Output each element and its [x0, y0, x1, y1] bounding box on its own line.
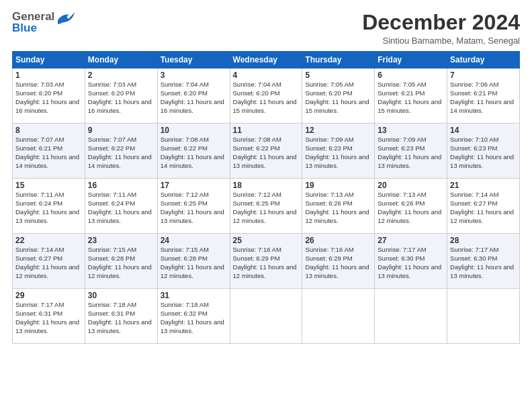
day-info: Sunrise: 7:16 AMSunset: 6:29 PMDaylight:… [233, 246, 300, 280]
day-number: 27 [378, 236, 444, 245]
calendar-cell: 30Sunrise: 7:18 AMSunset: 6:31 PMDayligh… [85, 289, 157, 344]
calendar-cell: 6Sunrise: 7:05 AMSunset: 6:21 PMDaylight… [375, 68, 447, 124]
day-info: Sunrise: 7:04 AMSunset: 6:20 PMDaylight:… [161, 81, 227, 115]
day-info: Sunrise: 7:13 AMSunset: 6:26 PMDaylight:… [305, 191, 371, 225]
day-info: Sunrise: 7:05 AMSunset: 6:20 PMDaylight:… [305, 81, 371, 115]
day-number: 30 [88, 291, 154, 300]
day-number: 14 [450, 126, 517, 135]
title-block: December 2024 Sintiou Bamambe, Matam, Se… [362, 11, 520, 46]
day-info: Sunrise: 7:17 AMSunset: 6:30 PMDaylight:… [378, 246, 444, 280]
day-info: Sunrise: 7:07 AMSunset: 6:21 PMDaylight:… [15, 136, 82, 170]
calendar-cell: 12Sunrise: 7:09 AMSunset: 6:23 PMDayligh… [302, 124, 375, 179]
day-info: Sunrise: 7:16 AMSunset: 6:29 PMDaylight:… [305, 246, 371, 280]
calendar-header-row: SundayMondayTuesdayWednesdayThursdayFrid… [13, 52, 520, 68]
calendar-cell [230, 289, 302, 344]
calendar-cell: 29Sunrise: 7:17 AMSunset: 6:31 PMDayligh… [13, 289, 85, 344]
calendar-cell: 31Sunrise: 7:18 AMSunset: 6:32 PMDayligh… [157, 289, 230, 344]
calendar-cell: 23Sunrise: 7:15 AMSunset: 6:28 PMDayligh… [85, 234, 157, 289]
day-info: Sunrise: 7:17 AMSunset: 6:30 PMDaylight:… [450, 246, 517, 280]
calendar-cell: 5Sunrise: 7:05 AMSunset: 6:20 PMDaylight… [302, 68, 375, 124]
col-header-saturday: Saturday [447, 52, 520, 68]
day-number: 21 [450, 181, 517, 190]
day-info: Sunrise: 7:09 AMSunset: 6:23 PMDaylight:… [378, 136, 444, 170]
calendar-cell: 22Sunrise: 7:14 AMSunset: 6:27 PMDayligh… [13, 234, 85, 289]
day-info: Sunrise: 7:17 AMSunset: 6:31 PMDaylight:… [15, 301, 82, 335]
col-header-tuesday: Tuesday [157, 52, 230, 68]
day-info: Sunrise: 7:10 AMSunset: 6:23 PMDaylight:… [450, 136, 517, 170]
day-number: 1 [15, 71, 82, 80]
day-number: 18 [233, 181, 300, 190]
day-number: 10 [161, 126, 227, 135]
logo-blue: Blue [12, 22, 54, 34]
day-number: 2 [88, 71, 154, 80]
calendar-week-4: 22Sunrise: 7:14 AMSunset: 6:27 PMDayligh… [13, 234, 520, 289]
logo-general: General [12, 11, 54, 22]
calendar-cell: 27Sunrise: 7:17 AMSunset: 6:30 PMDayligh… [375, 234, 447, 289]
calendar-cell: 18Sunrise: 7:12 AMSunset: 6:25 PMDayligh… [230, 179, 302, 234]
calendar-cell: 11Sunrise: 7:08 AMSunset: 6:22 PMDayligh… [230, 124, 302, 179]
calendar-cell: 1Sunrise: 7:03 AMSunset: 6:20 PMDaylight… [13, 68, 85, 124]
calendar-cell: 17Sunrise: 7:12 AMSunset: 6:25 PMDayligh… [157, 179, 230, 234]
calendar-cell: 19Sunrise: 7:13 AMSunset: 6:26 PMDayligh… [302, 179, 375, 234]
day-info: Sunrise: 7:14 AMSunset: 6:27 PMDaylight:… [15, 246, 82, 280]
day-info: Sunrise: 7:03 AMSunset: 6:20 PMDaylight:… [15, 81, 82, 115]
calendar-cell: 4Sunrise: 7:04 AMSunset: 6:20 PMDaylight… [230, 68, 302, 124]
day-info: Sunrise: 7:09 AMSunset: 6:23 PMDaylight:… [305, 136, 371, 170]
col-header-thursday: Thursday [302, 52, 375, 68]
calendar-cell: 14Sunrise: 7:10 AMSunset: 6:23 PMDayligh… [447, 124, 520, 179]
day-number: 13 [378, 126, 444, 135]
day-info: Sunrise: 7:18 AMSunset: 6:32 PMDaylight:… [161, 301, 227, 335]
logo: General Blue [12, 11, 75, 34]
day-number: 24 [161, 236, 227, 245]
day-number: 4 [233, 71, 300, 80]
day-info: Sunrise: 7:08 AMSunset: 6:22 PMDaylight:… [233, 136, 300, 170]
calendar-cell: 8Sunrise: 7:07 AMSunset: 6:21 PMDaylight… [13, 124, 85, 179]
calendar-cell: 25Sunrise: 7:16 AMSunset: 6:29 PMDayligh… [230, 234, 302, 289]
calendar-table: SundayMondayTuesdayWednesdayThursdayFrid… [12, 51, 520, 344]
day-number: 31 [161, 291, 227, 300]
day-info: Sunrise: 7:14 AMSunset: 6:27 PMDaylight:… [450, 191, 517, 225]
day-number: 26 [305, 236, 371, 245]
day-info: Sunrise: 7:08 AMSunset: 6:22 PMDaylight:… [161, 136, 227, 170]
day-number: 6 [378, 71, 444, 80]
calendar-cell: 16Sunrise: 7:11 AMSunset: 6:24 PMDayligh… [85, 179, 157, 234]
calendar-cell: 7Sunrise: 7:06 AMSunset: 6:21 PMDaylight… [447, 68, 520, 124]
location: Sintiou Bamambe, Matam, Senegal [362, 36, 520, 46]
day-number: 12 [305, 126, 371, 135]
calendar-cell: 10Sunrise: 7:08 AMSunset: 6:22 PMDayligh… [157, 124, 230, 179]
calendar-cell [302, 289, 375, 344]
day-info: Sunrise: 7:12 AMSunset: 6:25 PMDaylight:… [233, 191, 300, 225]
day-number: 3 [161, 71, 227, 80]
day-info: Sunrise: 7:05 AMSunset: 6:21 PMDaylight:… [378, 81, 444, 115]
day-info: Sunrise: 7:11 AMSunset: 6:24 PMDaylight:… [88, 191, 154, 225]
day-info: Sunrise: 7:15 AMSunset: 6:28 PMDaylight:… [88, 246, 154, 280]
calendar-cell: 13Sunrise: 7:09 AMSunset: 6:23 PMDayligh… [375, 124, 447, 179]
day-number: 17 [161, 181, 227, 190]
day-number: 28 [450, 236, 517, 245]
day-number: 25 [233, 236, 300, 245]
calendar-cell: 15Sunrise: 7:11 AMSunset: 6:24 PMDayligh… [13, 179, 85, 234]
calendar-week-5: 29Sunrise: 7:17 AMSunset: 6:31 PMDayligh… [13, 289, 520, 344]
calendar-cell [447, 289, 520, 344]
day-info: Sunrise: 7:12 AMSunset: 6:25 PMDaylight:… [161, 191, 227, 225]
calendar-week-2: 8Sunrise: 7:07 AMSunset: 6:21 PMDaylight… [13, 124, 520, 179]
day-info: Sunrise: 7:18 AMSunset: 6:31 PMDaylight:… [88, 301, 154, 335]
calendar-cell: 21Sunrise: 7:14 AMSunset: 6:27 PMDayligh… [447, 179, 520, 234]
calendar-cell [375, 289, 447, 344]
calendar-cell: 9Sunrise: 7:07 AMSunset: 6:22 PMDaylight… [85, 124, 157, 179]
calendar-cell: 3Sunrise: 7:04 AMSunset: 6:20 PMDaylight… [157, 68, 230, 124]
day-info: Sunrise: 7:11 AMSunset: 6:24 PMDaylight:… [15, 191, 82, 225]
day-number: 20 [378, 181, 444, 190]
day-info: Sunrise: 7:15 AMSunset: 6:28 PMDaylight:… [161, 246, 227, 280]
col-header-friday: Friday [375, 52, 447, 68]
col-header-wednesday: Wednesday [230, 52, 302, 68]
day-number: 7 [450, 71, 517, 80]
calendar-week-3: 15Sunrise: 7:11 AMSunset: 6:24 PMDayligh… [13, 179, 520, 234]
day-number: 19 [305, 181, 371, 190]
calendar-cell: 26Sunrise: 7:16 AMSunset: 6:29 PMDayligh… [302, 234, 375, 289]
col-header-sunday: Sunday [13, 52, 85, 68]
day-info: Sunrise: 7:13 AMSunset: 6:26 PMDaylight:… [378, 191, 444, 225]
day-info: Sunrise: 7:04 AMSunset: 6:20 PMDaylight:… [233, 81, 300, 115]
month-title: December 2024 [362, 11, 520, 34]
bird-icon [56, 11, 75, 28]
